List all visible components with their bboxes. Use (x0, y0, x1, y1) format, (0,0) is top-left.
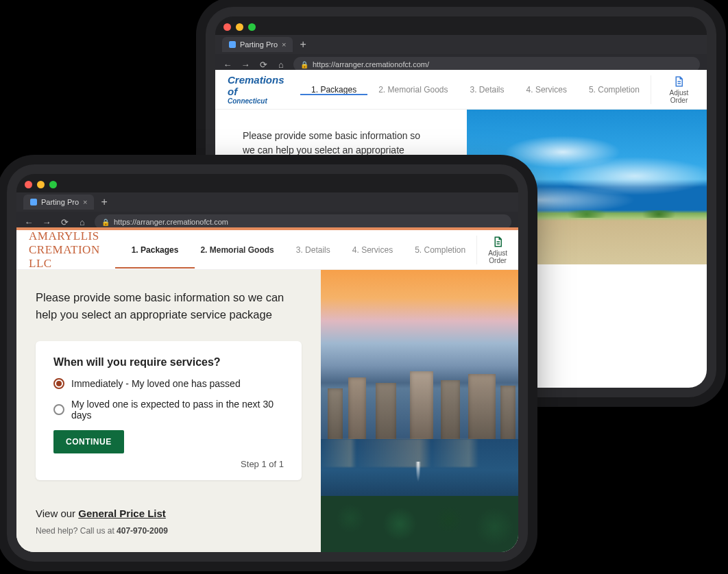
back-icon[interactable]: ← (23, 217, 34, 227)
minimize-dot-icon[interactable] (37, 181, 45, 188)
lock-icon: 🔒 (101, 219, 110, 226)
close-dot-icon[interactable] (223, 23, 231, 31)
minimize-dot-icon[interactable] (236, 23, 243, 31)
back-icon[interactable]: ← (222, 60, 233, 70)
step-services[interactable]: 4. Services (341, 245, 404, 255)
refresh-icon[interactable]: ⟳ (258, 60, 269, 70)
step-completion[interactable]: 5. Completion (404, 245, 476, 255)
intro-text-front: Please provide some basic information so… (36, 289, 296, 323)
step-memorial-goods[interactable]: 2. Memorial Goods (367, 85, 459, 95)
step-details[interactable]: 3. Details (459, 85, 515, 95)
active-step-underline (115, 267, 195, 269)
adjust-order-button[interactable]: Adjust Order (651, 75, 707, 104)
maximize-dot-icon[interactable] (248, 23, 256, 31)
step-bar-front: AMARYLLIS CREMATION LLC 1. Packages 2. M… (16, 230, 518, 270)
window-controls-front (16, 174, 518, 192)
hero-image-city (321, 270, 518, 552)
close-tab-icon[interactable]: × (83, 198, 87, 206)
step-memorial-goods[interactable]: 2. Memorial Goods (189, 245, 284, 255)
browser-tab-back[interactable]: Parting Pro × (222, 37, 293, 52)
lock-icon: 🔒 (300, 61, 308, 68)
logo-back[interactable]: Cremations of Connecticut (215, 74, 300, 105)
tab-title: Parting Pro (240, 40, 278, 49)
step-details[interactable]: 3. Details (285, 245, 341, 255)
step-counter: Step 1 of 1 (53, 459, 284, 469)
step-packages[interactable]: 1. Packages (300, 85, 367, 95)
step-completion[interactable]: 5. Completion (578, 85, 651, 95)
logo-front[interactable]: AMARYLLIS CREMATION LLC (16, 229, 121, 271)
new-tab-button[interactable]: + (94, 196, 114, 208)
adjust-order-button[interactable]: Adjust Order (476, 236, 518, 264)
home-icon[interactable]: ⌂ (276, 60, 287, 70)
url-text: https://arranger.cremationofct.com/ (313, 60, 429, 68)
favicon-icon (229, 41, 236, 48)
browser-tab-front[interactable]: Parting Pro × (23, 195, 94, 210)
document-icon (492, 236, 504, 248)
forward-icon[interactable]: → (240, 60, 251, 70)
tab-bar-back: Parting Pro × + (215, 35, 707, 54)
home-icon[interactable]: ⌂ (77, 217, 88, 227)
favicon-icon (30, 199, 37, 205)
continue-button[interactable]: CONTINUE (53, 430, 124, 453)
general-price-list-link[interactable]: General Price List (78, 508, 166, 519)
trees-decoration (321, 496, 518, 552)
step-services[interactable]: 4. Services (515, 85, 578, 95)
forward-icon[interactable]: → (41, 217, 52, 227)
question-text: When will you require services? (53, 356, 284, 369)
refresh-icon[interactable]: ⟳ (59, 217, 70, 227)
window-controls-back (215, 16, 707, 35)
general-price-list-line: View our General Price List (36, 508, 302, 519)
question-card-front: When will you require services? Immediat… (36, 341, 302, 480)
radio-option-immediate[interactable]: Immediately - My loved one has passed (53, 378, 284, 389)
step-packages[interactable]: 1. Packages (121, 245, 190, 255)
fountain-decoration (415, 462, 421, 482)
radio-icon-selected (53, 378, 64, 389)
help-line: Need help? Call us at 407-970-2009 (36, 526, 302, 536)
tablet-front: Parting Pro × + ← → ⟳ ⌂ 🔒 https://arrang… (7, 164, 528, 562)
maximize-dot-icon[interactable] (49, 181, 57, 188)
step-bar-back: Cremations of Connecticut 1. Packages 2.… (215, 70, 707, 110)
tab-title: Parting Pro (41, 198, 79, 206)
radio-option-30-days[interactable]: My loved one is expected to pass in the … (53, 399, 284, 421)
active-step-underline (300, 94, 367, 95)
help-phone: 407-970-2009 (117, 526, 168, 536)
url-text: https://arranger.cremationofct.com (114, 218, 228, 226)
tab-bar-front: Parting Pro × + (16, 192, 518, 212)
new-tab-button[interactable]: + (293, 38, 313, 51)
close-tab-icon[interactable]: × (282, 40, 286, 49)
radio-icon-unselected (53, 404, 64, 415)
close-dot-icon[interactable] (25, 181, 32, 188)
document-icon (672, 75, 685, 88)
